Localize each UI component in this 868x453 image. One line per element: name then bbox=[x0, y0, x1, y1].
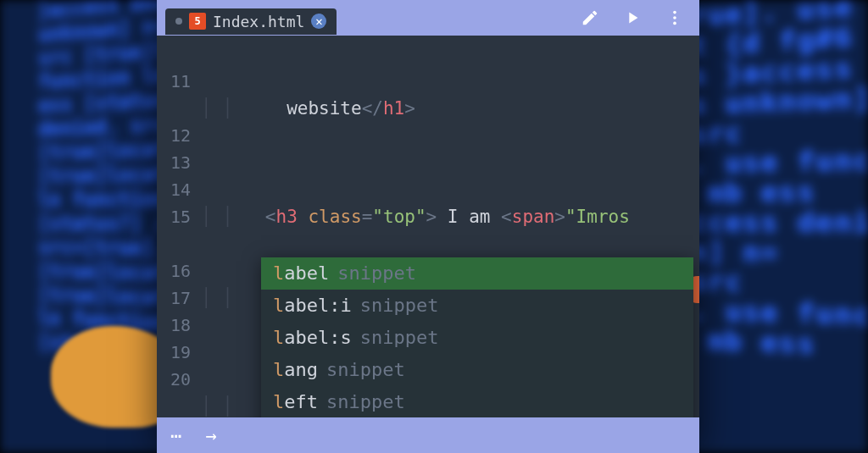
tab-filename: Index.html bbox=[213, 13, 304, 30]
line-number bbox=[157, 95, 191, 122]
run-icon[interactable] bbox=[623, 8, 642, 27]
code-editor-window: 5 Index.html ✕ 11121314151617181920 │ │ … bbox=[157, 0, 699, 453]
autocomplete-item[interactable]: langsnippet bbox=[261, 354, 693, 386]
autocomplete-item[interactable]: label:isnippet bbox=[261, 290, 693, 322]
line-number: 13 bbox=[157, 149, 191, 176]
code-line: │ │ website</h1> bbox=[198, 95, 699, 122]
autocomplete-type: snippet bbox=[326, 359, 405, 380]
line-number: 15 bbox=[157, 203, 191, 230]
close-icon[interactable]: ✕ bbox=[311, 14, 326, 29]
html5-icon: 5 bbox=[189, 13, 206, 30]
svg-point-2 bbox=[673, 22, 676, 25]
autocomplete-item[interactable]: leftsnippet bbox=[261, 386, 693, 417]
autocomplete-type: snippet bbox=[360, 327, 439, 348]
code-area[interactable]: 11121314151617181920 │ │ website</h1> │ … bbox=[157, 36, 699, 417]
toolbar-actions bbox=[581, 8, 691, 27]
tab-modified-dot bbox=[175, 18, 182, 25]
line-number: 16 bbox=[157, 257, 191, 285]
arrow-right-icon[interactable]: → bbox=[205, 425, 216, 446]
overflow-menu-icon[interactable] bbox=[665, 8, 684, 27]
line-number: 19 bbox=[157, 339, 191, 366]
line-number: 18 bbox=[157, 312, 191, 339]
file-tab[interactable]: 5 Index.html ✕ bbox=[165, 8, 337, 35]
line-number: 11 bbox=[157, 68, 191, 95]
autocomplete-item[interactable]: labelsnippet bbox=[261, 257, 693, 290]
edit-icon[interactable] bbox=[581, 8, 599, 27]
autocomplete-label: lang bbox=[273, 359, 318, 380]
line-gutter: 11121314151617181920 bbox=[157, 36, 198, 417]
autocomplete-label: label bbox=[273, 262, 329, 284]
autocomplete-label: left bbox=[273, 391, 318, 412]
line-number bbox=[157, 230, 191, 257]
line-number: 17 bbox=[157, 285, 191, 312]
autocomplete-type: snippet bbox=[326, 391, 405, 412]
autocomplete-item[interactable]: label:ssnippet bbox=[261, 322, 693, 354]
svg-point-0 bbox=[673, 11, 676, 14]
autocomplete-type: snippet bbox=[337, 262, 416, 284]
line-number: 12 bbox=[157, 122, 191, 149]
bottom-toolbar: ⋯ → bbox=[157, 417, 699, 453]
tab-bar: 5 Index.html ✕ bbox=[157, 0, 699, 36]
svg-point-1 bbox=[673, 16, 676, 19]
line-number bbox=[157, 41, 191, 68]
line-number: 20 bbox=[157, 366, 191, 393]
autocomplete-type: snippet bbox=[360, 295, 439, 316]
autocomplete-popup[interactable]: labelsnippetlabel:isnippetlabel:ssnippet… bbox=[261, 257, 693, 417]
more-icon[interactable]: ⋯ bbox=[170, 425, 181, 446]
line-number: 14 bbox=[157, 176, 191, 203]
autocomplete-label: label:i bbox=[273, 295, 352, 316]
code-line: │ │ <h3 class="top"> I am <span>"Imros bbox=[198, 203, 699, 230]
autocomplete-label: label:s bbox=[273, 327, 352, 348]
